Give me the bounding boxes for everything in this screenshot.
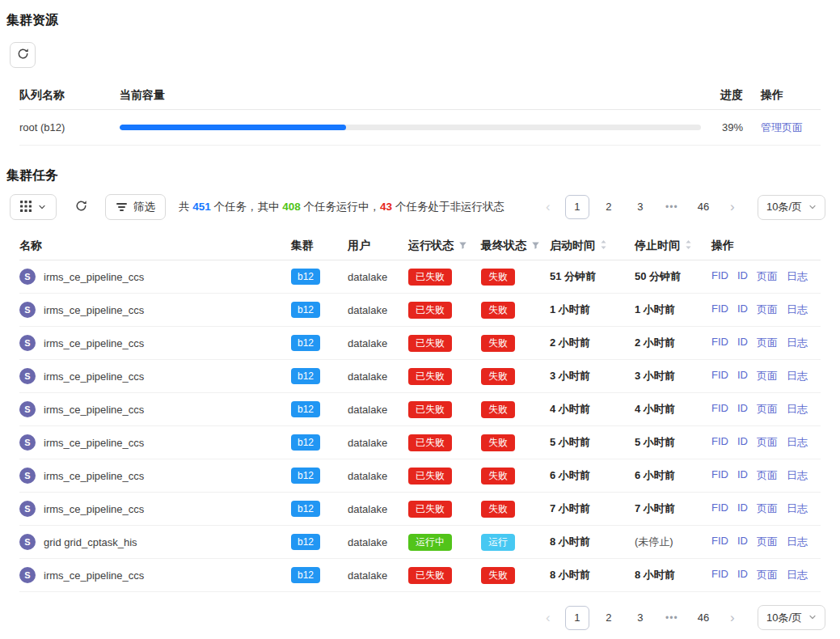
spark-avatar: S [19,501,36,517]
action-link-id[interactable]: ID [737,269,748,284]
action-link-page[interactable]: 页面 [757,269,778,284]
refresh-resources-button[interactable] [10,42,36,68]
action-link-id[interactable]: ID [737,568,748,582]
user-name: datalake [348,503,408,515]
action-link-page[interactable]: 页面 [757,369,778,383]
action-link-fid[interactable]: FID [711,336,728,350]
row-actions: FIDID页面日志 [711,369,821,383]
action-link-page[interactable]: 页面 [757,535,778,549]
spark-avatar: S [19,434,36,451]
run-status-badge: 已失败 [408,434,452,451]
action-link-log[interactable]: 日志 [787,336,808,350]
pagination-page-2[interactable]: 2 [597,606,621,630]
user-name: datalake [348,437,408,449]
table-row: S grid grid_cptask_his b12 datalake 运行中 … [19,526,821,559]
action-link-id[interactable]: ID [737,535,748,549]
action-link-log[interactable]: 日志 [787,269,808,284]
capacity-col-header: 当前容量 [120,88,701,103]
pagination-page-46[interactable]: 46 [691,195,715,219]
pagination-page-1[interactable]: 1 [565,606,589,630]
queue-table: 队列名称 当前容量 进度 操作 root (b12) 39% 管理页面 [6,81,834,146]
col-header-stop-time[interactable]: 停止时间 [635,239,711,253]
pagination-next[interactable]: › [723,196,742,218]
action-link-id[interactable]: ID [737,468,748,483]
action-link-fid[interactable]: FID [711,435,728,450]
action-link-id[interactable]: ID [737,336,748,350]
filter-funnel-icon[interactable] [458,239,467,252]
pagination-page-3[interactable]: 3 [628,606,652,630]
action-link-page[interactable]: 页面 [757,468,778,483]
action-link-log[interactable]: 日志 [787,369,808,383]
filter-button[interactable]: 筛选 [105,194,166,220]
action-link-log[interactable]: 日志 [787,501,808,516]
action-link-fid[interactable]: FID [711,369,728,383]
layout-dropdown-button[interactable] [10,194,57,220]
final-status-badge: 失败 [481,567,515,584]
action-link-page[interactable]: 页面 [757,336,778,350]
pagination-ellipsis[interactable]: ••• [660,195,684,219]
action-link-fid[interactable]: FID [711,501,728,516]
action-link-page[interactable]: 页面 [757,435,778,450]
action-link-id[interactable]: ID [737,402,748,417]
page-size-select[interactable]: 10条/页 [758,605,825,630]
col-header-label: 集群 [291,239,314,253]
task-table-header: 名称 集群 用户 运行状态 最终状态 启动时间 停止时间 操作 [19,231,821,260]
pagination-ellipsis[interactable]: ••• [660,606,684,630]
pagination-page-1[interactable]: 1 [565,195,589,219]
sort-icon[interactable] [600,239,607,252]
action-link-id[interactable]: ID [737,435,748,450]
col-header-label: 名称 [19,239,42,253]
action-link-fid[interactable]: FID [711,269,728,284]
total-count: 451 [192,201,211,213]
row-actions: FIDID页面日志 [711,336,821,350]
progress-percent: 39% [701,121,753,133]
grid-icon [20,201,32,214]
final-status-badge: 失败 [481,335,515,352]
action-link-id[interactable]: ID [737,303,748,317]
spark-avatar: S [19,534,36,550]
filter-button-label: 筛选 [133,200,155,214]
table-row: S irms_ce_pipeline_ccs b12 datalake 已失败 … [19,327,821,360]
sort-icon[interactable] [685,239,692,252]
action-link-id[interactable]: ID [737,369,748,383]
action-link-log[interactable]: 日志 [787,303,808,317]
action-link-fid[interactable]: FID [711,468,728,483]
pagination-page-3[interactable]: 3 [628,195,652,219]
action-link-log[interactable]: 日志 [787,402,808,417]
spark-avatar: S [19,567,36,583]
task-name: irms_ce_pipeline_ccs [44,404,144,416]
action-link-fid[interactable]: FID [711,303,728,317]
action-link-log[interactable]: 日志 [787,535,808,549]
col-header-user: 用户 [348,239,408,253]
action-link-id[interactable]: ID [737,501,748,516]
action-link-log[interactable]: 日志 [787,468,808,483]
pagination-prev[interactable]: ‹ [538,607,558,629]
task-summary: 共 451 个任务，其中 408 个任务运行中，43 个任务处于非运行状态 [179,200,526,214]
capacity-progress-bar [120,125,701,130]
action-link-page[interactable]: 页面 [757,568,778,582]
filter-funnel-icon[interactable] [531,239,540,252]
pagination-next[interactable]: › [723,607,742,629]
action-link-log[interactable]: 日志 [787,435,808,450]
action-link-fid[interactable]: FID [711,535,728,549]
action-link-page[interactable]: 页面 [757,303,778,317]
final-status-badge: 失败 [481,468,515,485]
user-name: datalake [348,304,408,316]
pagination-prev[interactable]: ‹ [538,196,558,218]
manage-page-link[interactable]: 管理页面 [761,121,803,133]
refresh-tasks-button[interactable] [70,194,92,220]
page: 集群资源 队列名称 当前容量 进度 操作 root (b12) 39% 管理页面… [0,0,840,639]
col-header-start-time[interactable]: 启动时间 [550,239,635,253]
task-name: irms_ce_pipeline_ccs [44,437,144,449]
page-size-select[interactable]: 10条/页 [758,195,825,220]
user-name: datalake [348,370,408,383]
pagination-page-2[interactable]: 2 [597,195,621,219]
action-link-log[interactable]: 日志 [787,568,808,582]
pagination-page-46[interactable]: 46 [691,606,715,630]
action-link-page[interactable]: 页面 [757,402,778,417]
action-link-fid[interactable]: FID [711,402,728,417]
action-link-fid[interactable]: FID [711,568,728,582]
chevron-down-icon [808,201,817,214]
action-link-page[interactable]: 页面 [757,501,778,516]
cluster-tag: b12 [291,468,320,484]
